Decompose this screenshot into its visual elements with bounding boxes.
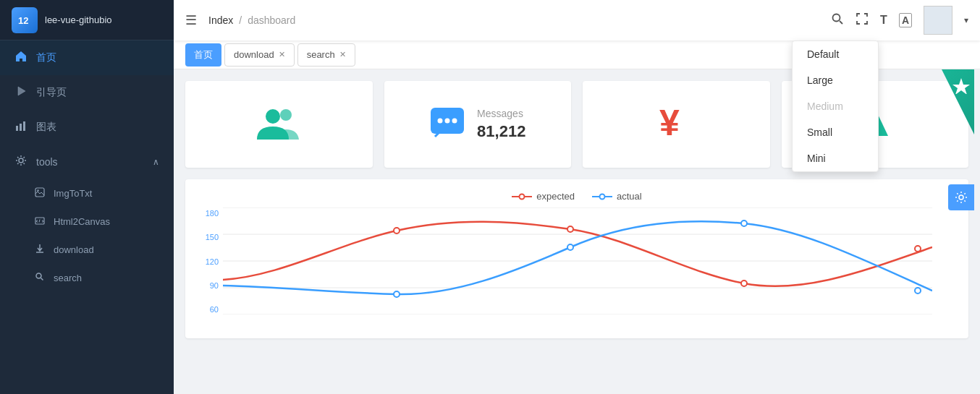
- logo-text: lee-vue-githubio: [45, 14, 112, 25]
- svg-rect-2: [20, 124, 22, 131]
- guide-icon: [14, 85, 28, 100]
- svg-point-10: [266, 109, 280, 124]
- sidebar-item-guide-label: 引导页: [36, 86, 67, 99]
- sidebar: 12 lee-vue-githubio 首页 引导页 图表 tools ∧ Im: [0, 0, 174, 394]
- dropdown-item-small[interactable]: Small: [793, 119, 878, 145]
- dropdown-item-default[interactable]: Default: [793, 41, 878, 67]
- sidebar-item-img2txt-label: ImgToTxt: [54, 188, 92, 199]
- stat-card-messages: Messages 81,212: [384, 81, 572, 168]
- sidebar-item-chart-label: 图表: [36, 121, 56, 134]
- svg-rect-1: [16, 126, 18, 131]
- svg-point-30: [394, 291, 400, 297]
- svg-point-14: [445, 119, 450, 124]
- svg-point-32: [741, 220, 747, 226]
- svg-point-27: [567, 226, 573, 232]
- sidebar-item-home-label: 首页: [36, 51, 56, 64]
- breadcrumb: Index / dashboard: [208, 14, 295, 26]
- y-axis-labels: 180 150 120 90 60: [197, 209, 223, 314]
- legend-expected-label: expected: [536, 191, 575, 202]
- legend-actual: actual: [592, 191, 642, 202]
- dropdown-menu: Default Large Medium Small Mini: [792, 40, 879, 172]
- svg-point-13: [438, 119, 443, 124]
- sidebar-item-tools-label: tools: [36, 156, 58, 168]
- img2txt-icon: [35, 187, 45, 200]
- tab-home[interactable]: 首页: [185, 43, 221, 67]
- sidebar-item-tools[interactable]: tools ∧: [0, 145, 174, 179]
- menu-toggle-icon[interactable]: ☰: [185, 12, 197, 28]
- sidebar-item-search[interactable]: search: [0, 264, 174, 292]
- header-lang-icon[interactable]: A: [899, 13, 912, 27]
- chart-container: 180 150 120 90 60: [197, 207, 957, 314]
- chart-card: expected actual 180 150 120 90: [185, 179, 968, 338]
- svg-point-28: [741, 280, 747, 286]
- banner-icon: [952, 77, 970, 94]
- stat-card-yen: ¥: [583, 81, 770, 168]
- tab-home-label: 首页: [194, 48, 213, 61]
- svg-point-31: [567, 244, 573, 250]
- tools-icon: [14, 155, 28, 169]
- sidebar-item-home[interactable]: 首页: [0, 40, 174, 75]
- sidebar-item-guide[interactable]: 引导页: [0, 75, 174, 110]
- breadcrumb-root[interactable]: Index: [208, 14, 233, 26]
- svg-point-9: [833, 14, 840, 21]
- download-icon: [35, 244, 45, 256]
- sidebar-item-download[interactable]: download: [0, 236, 174, 264]
- chart-icon: [14, 120, 28, 134]
- chart-legend: expected actual: [197, 191, 957, 202]
- sidebar-item-img2txt[interactable]: ImgToTxt: [0, 179, 174, 207]
- legend-expected: expected: [512, 191, 575, 202]
- svg-point-15: [452, 119, 457, 124]
- yen-icon: ¥: [656, 103, 696, 146]
- sidebar-logo: 12 lee-vue-githubio: [0, 0, 174, 40]
- header-expand-icon[interactable]: [856, 12, 869, 29]
- tab-download[interactable]: download ✕: [224, 43, 295, 67]
- sidebar-item-chart[interactable]: 图表: [0, 110, 174, 145]
- tab-search[interactable]: search ✕: [297, 43, 355, 67]
- svg-point-8: [36, 273, 41, 278]
- tab-search-close-icon[interactable]: ✕: [339, 50, 346, 59]
- stat-card-users: [185, 81, 373, 168]
- tab-download-close-icon[interactable]: ✕: [279, 50, 285, 59]
- y-label-180: 180: [197, 209, 219, 218]
- tab-search-label: search: [307, 49, 335, 60]
- header-actions: T A ▾: [831, 6, 968, 35]
- svg-point-29: [915, 246, 921, 252]
- breadcrumb-separator: /: [239, 14, 242, 26]
- y-label-120: 120: [197, 257, 219, 266]
- tools-arrow-icon: ∧: [153, 157, 159, 167]
- header-avatar-dropdown-icon[interactable]: ▾: [964, 15, 968, 25]
- teal-banner: [909, 69, 974, 134]
- svg-point-20: [600, 194, 605, 199]
- users-icon: [257, 103, 300, 146]
- messages-label: Messages: [477, 108, 525, 119]
- home-icon: [14, 51, 28, 65]
- logo-icon: 12: [12, 7, 38, 33]
- dropdown-item-medium: Medium: [793, 93, 878, 119]
- y-label-150: 150: [197, 233, 219, 241]
- legend-actual-label: actual: [617, 191, 642, 202]
- settings-button[interactable]: [948, 184, 974, 210]
- header-font-icon[interactable]: T: [880, 14, 887, 27]
- html2canvas-icon: [35, 215, 45, 228]
- svg-point-11: [280, 109, 292, 121]
- y-label-90: 90: [197, 281, 219, 290]
- svg-point-34: [959, 195, 963, 200]
- svg-point-26: [394, 228, 400, 234]
- svg-text:12: 12: [18, 15, 28, 26]
- sidebar-item-download-label: download: [54, 244, 94, 255]
- chart-svg: [223, 207, 932, 314]
- svg-point-33: [915, 288, 921, 294]
- sidebar-item-html2canvas[interactable]: Html2Canvas: [0, 207, 174, 236]
- header: ☰ Index / dashboard T A ▾: [174, 0, 980, 40]
- breadcrumb-current: dashboard: [248, 14, 295, 26]
- dropdown-item-large[interactable]: Large: [793, 67, 878, 93]
- svg-rect-3: [23, 121, 25, 131]
- header-search-icon[interactable]: [831, 12, 844, 29]
- svg-text:¥: ¥: [659, 103, 680, 143]
- header-avatar[interactable]: [924, 6, 952, 35]
- messages-value: 81,212: [477, 122, 525, 141]
- search-icon: [35, 272, 45, 284]
- sidebar-item-search-label: search: [54, 273, 82, 283]
- dropdown-item-mini[interactable]: Mini: [793, 145, 878, 171]
- svg-point-18: [520, 194, 525, 199]
